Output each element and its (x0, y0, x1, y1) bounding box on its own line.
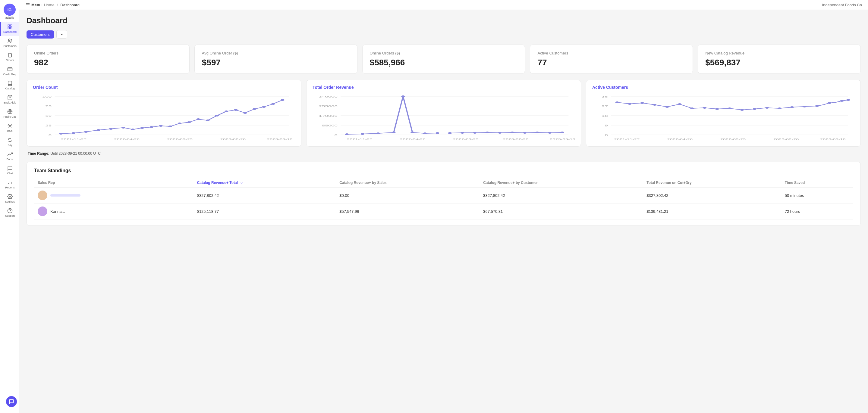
sidebar-item-settings[interactable]: Settings (0, 192, 19, 206)
svg-point-117 (728, 107, 732, 109)
name-bar-0 (50, 194, 81, 197)
svg-rect-0 (8, 25, 9, 26)
svg-text:85000: 85000 (322, 124, 338, 127)
svg-point-86 (486, 132, 489, 133)
sidebar-item-boost[interactable]: Boost (0, 149, 19, 163)
svg-point-88 (510, 132, 514, 133)
stat-card-1: Avg Online Order ($) $597 (194, 44, 358, 74)
filter-dropdown[interactable] (56, 30, 67, 38)
svg-point-38 (71, 132, 75, 134)
user-avatar: IG (4, 4, 16, 16)
sidebar-item-public-cat[interactable]: Public Cat. (0, 107, 19, 121)
col-catalog-revenue-total[interactable]: Catalog Revenue+ Total (193, 178, 336, 187)
sidebar-item-endl-aisle-label: Endl. Aisle (4, 101, 16, 104)
stat-value-0: 982 (34, 58, 182, 67)
sidebar-item-credit-req[interactable]: Credit Req. (0, 64, 19, 78)
sidebar-item-customers[interactable]: Customers (0, 36, 19, 50)
settings-icon (7, 194, 13, 199)
svg-point-83 (448, 132, 452, 134)
sidebar-item-track[interactable]: Track (0, 121, 19, 135)
svg-text:27: 27 (601, 105, 608, 108)
svg-text:255000: 255000 (319, 105, 338, 108)
stat-label-0: Online Orders (34, 51, 182, 56)
svg-point-108 (615, 101, 619, 103)
svg-text:2023-09-18: 2023-09-18 (267, 138, 293, 141)
cell-by-sales-0: $0.00 (336, 187, 479, 204)
user-name: Izabella (5, 16, 14, 19)
dashboard-icon (7, 24, 13, 30)
svg-point-44 (140, 127, 144, 129)
sidebar-item-catalog[interactable]: Catalog (0, 78, 19, 93)
svg-text:2021-11-27: 2021-11-27 (347, 138, 373, 141)
svg-point-90 (535, 132, 539, 133)
topbar: Menu Home / Dashboard Independent Foods … (19, 0, 868, 10)
chart-total-order-revenue-area: 340000 255000 170000 85000 0 2021-11-27 … (313, 93, 575, 141)
svg-text:2023-02-20: 2023-02-20 (220, 138, 246, 141)
sidebar-item-reports-label: Reports (5, 186, 15, 189)
cell-by-customer-1: $67,570.81 (479, 204, 643, 219)
svg-point-37 (59, 133, 63, 135)
col-catalog-revenue-by-customer: Catalog Revenue+ by Customer (479, 178, 643, 187)
chat-bubble-icon (9, 399, 14, 404)
chart-active-customers-area: 36 27 18 9 0 2021-11-27 2022-04-26 2022-… (592, 93, 855, 141)
customers-icon (7, 38, 13, 44)
time-range-label: Time Range: (28, 151, 50, 156)
boost-icon (7, 151, 13, 157)
svg-point-127 (846, 99, 850, 101)
table-header: Sales Rep Catalog Revenue+ Total Catalog… (34, 178, 853, 187)
filter-tag-customers[interactable]: Customers (27, 30, 54, 38)
svg-point-109 (628, 103, 631, 105)
stat-label-2: Online Orders ($) (370, 51, 518, 56)
sidebar-item-orders-label: Orders (6, 59, 14, 62)
svg-text:9: 9 (604, 124, 608, 127)
stat-card-0: Online Orders 982 (27, 44, 190, 74)
sidebar-item-reports[interactable]: Reports (0, 177, 19, 192)
svg-point-87 (498, 132, 501, 134)
sidebar-item-dashboard[interactable]: Dashboard (0, 22, 19, 36)
endl-aisle-icon (7, 95, 13, 100)
sidebar-item-track-label: Track (7, 130, 13, 132)
stats-row: Online Orders 982 Avg Online Order ($) $… (27, 44, 861, 74)
breadcrumb-home[interactable]: Home (44, 3, 55, 7)
menu-button[interactable]: Menu (25, 2, 41, 7)
svg-point-123 (803, 106, 806, 107)
cell-total-revenue-0: $327,802.42 (643, 187, 781, 204)
stat-card-2: Online Orders ($) $585,966 (362, 44, 525, 74)
sidebar-item-orders[interactable]: Orders (0, 50, 19, 64)
company-name: Independent Foods Co (822, 3, 862, 7)
svg-text:50: 50 (45, 114, 52, 117)
sort-down-icon (240, 181, 244, 185)
col-time-saved: Time Saved (781, 178, 853, 187)
svg-point-77 (376, 132, 380, 134)
svg-point-81 (423, 132, 427, 134)
order-count-svg: 100 75 50 25 0 2021-11-27 2022-04-26 202… (33, 93, 295, 141)
main-area: Menu Home / Dashboard Independent Foods … (19, 0, 868, 413)
team-standings-section: Team Standings Sales Rep Catalog Revenue… (27, 162, 861, 226)
cell-sales-rep-0 (34, 187, 193, 204)
chat-icon (7, 166, 13, 171)
sidebar-item-support[interactable]: Support (0, 206, 19, 220)
cell-catalog-total-1: $125,118.77 (193, 204, 336, 219)
svg-point-85 (473, 132, 476, 134)
pay-icon (7, 137, 13, 143)
svg-text:75: 75 (45, 105, 52, 108)
sidebar-item-pay[interactable]: Pay (0, 135, 19, 149)
sidebar: IG Izabella Dashboard Customers Orders C… (0, 0, 19, 413)
stat-label-3: Active Customers (537, 51, 685, 56)
catalog-icon (7, 81, 13, 86)
cell-time-saved-0: 50 minutes (781, 187, 853, 204)
sidebar-item-endl-aisle[interactable]: Endl. Aisle (0, 93, 19, 107)
reports-icon (7, 180, 13, 185)
svg-point-47 (168, 126, 172, 127)
orders-icon (7, 53, 13, 58)
time-range-value: Until 2023-09-21 00:00:00 UTC (50, 151, 101, 156)
svg-text:0: 0 (49, 134, 52, 137)
sidebar-item-customers-label: Customers (3, 44, 17, 47)
chat-bubble-button[interactable] (6, 396, 17, 407)
avatar-0 (38, 191, 47, 200)
time-range: Time Range: Until 2023-09-21 00:00:00 UT… (27, 151, 861, 156)
chart-total-order-revenue: Total Order Revenue 340000 255000 170000… (306, 80, 581, 147)
sidebar-item-chat[interactable]: Chat (0, 163, 19, 177)
svg-text:2021-11-27: 2021-11-27 (614, 138, 640, 141)
cell-total-revenue-1: $139,481.21 (643, 204, 781, 219)
